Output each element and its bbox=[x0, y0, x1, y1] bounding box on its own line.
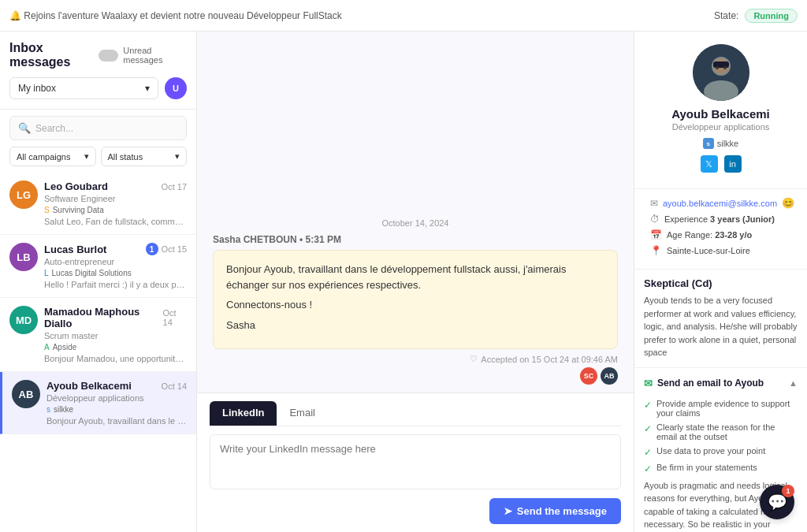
personality-section: Skeptical (Cd) Ayoub tends to be a very … bbox=[634, 270, 807, 368]
email-action-icon: ✉ bbox=[644, 378, 653, 389]
campaign-name: Lucas Digital Solutions bbox=[52, 269, 132, 277]
conv-name: Ayoub Belkacemi bbox=[46, 380, 132, 392]
conv-preview: Bonjour Mamadou, une opportunité chez Wa… bbox=[44, 354, 187, 363]
send-button-label: Send the message bbox=[517, 505, 607, 517]
campaign-name: Surviving Data bbox=[53, 206, 104, 214]
conv-campaign: s silkke bbox=[46, 405, 187, 414]
conversation-item[interactable]: LG Leo Goubard Oct 17 Software Engineer … bbox=[0, 173, 196, 235]
message-sender: Sasha CHETBOUN • 5:31 PM bbox=[213, 234, 618, 245]
message-line-3: Sasha bbox=[226, 318, 604, 333]
location-icon: 📍 bbox=[650, 245, 662, 256]
conv-body: Lucas Burlot 1 Oct 15 Auto-entrepreneur … bbox=[44, 243, 187, 289]
sender-avatar: SC bbox=[580, 367, 597, 385]
search-placeholder: Search... bbox=[35, 123, 73, 134]
location-value: Sainte-Luce-sur-Loire bbox=[667, 246, 750, 255]
campaigns-label: All campaigns bbox=[17, 152, 70, 162]
topbar-announcement: 🔔 Rejoins l'aventure Waalaxy et devient … bbox=[9, 10, 708, 21]
sender-time: • bbox=[299, 234, 306, 245]
avatar: LB bbox=[9, 243, 38, 271]
chat-empty-space bbox=[197, 32, 634, 212]
avatar: AB bbox=[12, 380, 40, 408]
conversation-item-active[interactable]: AB Ayoub Belkacemi Oct 14 Développeur ap… bbox=[0, 372, 196, 434]
unread-label: Unread messages bbox=[123, 46, 187, 65]
tip-1: ✓ Provide ample evidence to support your… bbox=[644, 399, 798, 418]
sidebar-title-row: Inbox messages Unread messages bbox=[9, 41, 187, 69]
status-filter[interactable]: All status ▾ bbox=[101, 147, 188, 166]
campaigns-filter[interactable]: All campaigns ▾ bbox=[9, 147, 96, 166]
message-line-2: Connectons-nous ! bbox=[226, 297, 604, 313]
reply-input[interactable] bbox=[210, 434, 621, 489]
conv-top: Lucas Burlot 1 Oct 15 bbox=[44, 243, 187, 255]
conv-body: Leo Goubard Oct 17 Software Engineer S S… bbox=[44, 180, 187, 226]
conv-top: Mamadou Maphous Diallo Oct 14 bbox=[44, 306, 187, 329]
reply-area: LinkedIn Email ➤ Send the message bbox=[197, 392, 634, 532]
chat-date-divider: October 14, 2024 bbox=[197, 212, 634, 234]
social-icons: 𝕏 in bbox=[644, 155, 798, 173]
conv-role: Développeur applications bbox=[46, 393, 187, 403]
twitter-icon[interactable]: 𝕏 bbox=[701, 155, 718, 173]
inbox-label: My inbox bbox=[18, 83, 56, 94]
experience-row: ⏱ Experience 3 years (Junior) bbox=[644, 214, 798, 225]
tip-3: ✓ Use data to prove your point bbox=[644, 446, 798, 458]
send-message-button[interactable]: ➤ Send the message bbox=[489, 498, 621, 524]
sender-time-value: 5:31 PM bbox=[306, 234, 341, 245]
email-action-header[interactable]: ✉ Send an email to Ayoub ▲ bbox=[644, 374, 798, 392]
clock-icon: ⏱ bbox=[650, 214, 660, 225]
company-icon: s bbox=[703, 138, 714, 149]
sidebar-title: Inbox messages bbox=[9, 41, 99, 69]
inbox-dropdown[interactable]: My inbox ▾ bbox=[9, 77, 158, 99]
conv-body: Mamadou Maphous Diallo Oct 14 Scrum mast… bbox=[44, 306, 187, 363]
chevron-up-icon: ▲ bbox=[789, 378, 798, 388]
user-avatar[interactable]: U bbox=[165, 77, 187, 99]
profile-name: Ayoub Belkacemi bbox=[644, 107, 798, 121]
conversation-list: LG Leo Goubard Oct 17 Software Engineer … bbox=[0, 173, 196, 532]
topbar: 🔔 Rejoins l'aventure Waalaxy et devient … bbox=[0, 0, 807, 32]
check-icon: ✓ bbox=[644, 447, 652, 458]
conv-role: Auto-entrepreneur bbox=[44, 257, 187, 266]
tab-email[interactable]: Email bbox=[277, 401, 328, 426]
conv-date: Oct 15 bbox=[162, 244, 187, 254]
conversation-item[interactable]: LB Lucas Burlot 1 Oct 15 Auto-entreprene… bbox=[0, 235, 196, 298]
personality-title: Skeptical (Cd) bbox=[644, 277, 798, 289]
campaign-icon: L bbox=[44, 269, 49, 277]
age-row: 📅 Age Range: 23-28 y/o bbox=[644, 229, 798, 240]
message-accepted: ♡ Accepted on 15 Oct 24 at 09:46 AM bbox=[213, 354, 618, 364]
avatar-image bbox=[693, 44, 749, 101]
chat-widget[interactable]: 💬 1 bbox=[760, 485, 794, 519]
email-action-title: ✉ Send an email to Ayoub bbox=[644, 378, 764, 389]
state-badge: Running bbox=[745, 9, 798, 23]
sidebar: Inbox messages Unread messages My inbox … bbox=[0, 32, 197, 532]
campaign-name: Apside bbox=[53, 343, 77, 352]
conv-top: Ayoub Belkacemi Oct 14 bbox=[46, 380, 187, 392]
reply-footer: ➤ Send the message bbox=[210, 498, 621, 524]
campaign-icon: s bbox=[46, 405, 50, 414]
conv-top: Leo Goubard Oct 17 bbox=[44, 180, 187, 192]
conv-preview: Bonjour Ayoub, travaillant dans le dével… bbox=[46, 416, 187, 426]
profile-header: Ayoub Belkacemi Développeur applications… bbox=[634, 32, 807, 189]
topbar-state-label: State: bbox=[714, 10, 738, 21]
calendar-icon: 📅 bbox=[650, 229, 662, 240]
recipient-avatar: AB bbox=[601, 367, 618, 385]
right-panel: Ayoub Belkacemi Développeur applications… bbox=[634, 32, 807, 532]
unread-badge: 1 bbox=[146, 243, 158, 255]
status-label: All status bbox=[108, 152, 143, 162]
search-box[interactable]: 🔍 Search... bbox=[9, 116, 187, 140]
conv-name: Mamadou Maphous Diallo bbox=[44, 306, 163, 329]
check-icon: ✓ bbox=[644, 400, 652, 411]
conv-role: Software Engineer bbox=[44, 194, 187, 203]
profile-email[interactable]: ayoub.belkacemi@silkke.com bbox=[663, 199, 777, 208]
age-label: Age Range: 23-28 y/o bbox=[667, 230, 752, 240]
email-icon: ✉ bbox=[650, 198, 658, 209]
profile-avatar bbox=[693, 44, 749, 101]
conv-date: Oct 14 bbox=[163, 308, 187, 327]
filters-row: All campaigns ▾ All status ▾ bbox=[0, 147, 196, 173]
personality-desc: Ayoub tends to be a very focused perform… bbox=[644, 294, 798, 359]
unread-toggle[interactable]: Unread messages bbox=[99, 46, 187, 65]
heart-icon: ♡ bbox=[470, 354, 478, 364]
company-name: silkke bbox=[717, 139, 739, 148]
tab-linkedin[interactable]: LinkedIn bbox=[210, 401, 277, 426]
unread-toggle-switch[interactable] bbox=[99, 50, 118, 61]
conversation-item[interactable]: MD Mamadou Maphous Diallo Oct 14 Scrum m… bbox=[0, 298, 196, 372]
inbox-selector: My inbox ▾ U bbox=[9, 77, 187, 99]
linkedin-icon[interactable]: in bbox=[724, 155, 742, 173]
